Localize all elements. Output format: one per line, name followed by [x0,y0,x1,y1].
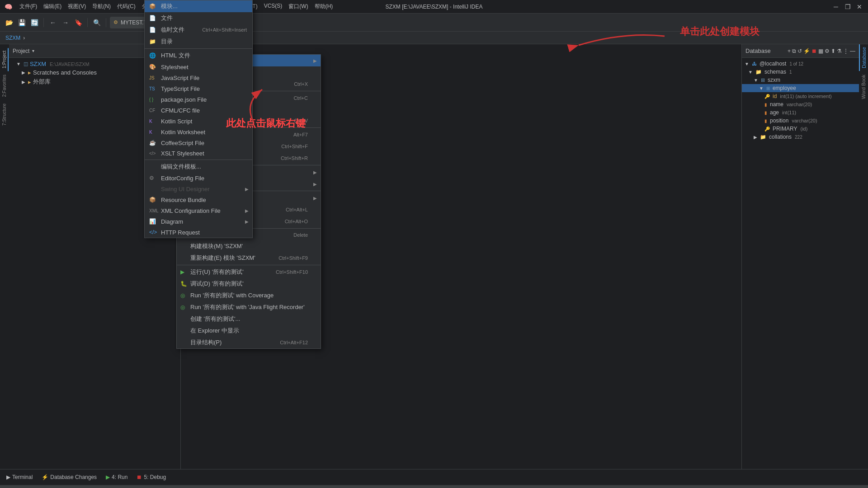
menu-file[interactable]: 文件(F) [17,2,40,11]
debug-tab[interactable]: ⏹ 5: Debug [134,473,169,481]
rebuild-module-label: 重新构建(E) 模块 'SZXM' [190,254,255,262]
submenu-ts[interactable]: TS TypeScript File [145,83,252,94]
submenu-coffee[interactable]: ☕ CoffeeScript File [145,137,252,148]
db-item-employee[interactable]: ▼ ⊞ employee [742,84,859,92]
search-button[interactable]: 🔍 [91,17,102,28]
context-menu-show-explorer[interactable]: 在 Explorer 中显示 [177,325,321,337]
run-tab[interactable]: ▶ 4: Run [103,473,130,481]
db-refresh-icon[interactable]: ↺ [797,48,802,54]
context-menu-run-coverage[interactable]: ◎ Run '所有的测试' with Coverage [177,290,321,301]
db-export-icon[interactable]: ⬆ [831,48,835,54]
submenu-scratch[interactable]: 📄 临时文件 Ctrl+Alt+Shift+Insert [145,24,252,36]
reformat-shortcut: Ctrl+Alt+L [286,207,315,212]
context-menu-run-tests[interactable]: ▶ 运行(U) '所有的测试' Ctrl+Shift+F10 [177,266,321,278]
db-collapse-employee: ▼ [759,86,764,91]
menu-code[interactable]: 代码(C) [114,2,138,11]
db-changes-tab[interactable]: ⚡ Database Changes [39,473,99,481]
context-menu-create-tests[interactable]: 创建 '所有的测试'... [177,313,321,325]
menu-edit[interactable]: 编辑(E) [41,2,64,11]
tab-word-book[interactable]: Word Book [859,72,868,102]
main-toolbar: 📂 💾 🔄 ← → 🔖 🔍 ⚙ MYTEST.TEST01 ▾ ▶ ⏹ 🐛 [0,14,868,32]
db-minimize-icon[interactable]: — [850,48,855,54]
menu-navigate[interactable]: 导航(N) [90,2,113,11]
submenu-diagram[interactable]: 📊 Diagram [145,216,252,227]
open-file-button[interactable]: 📂 [4,17,14,28]
close-button[interactable]: ✕ [855,3,863,11]
context-menu-run-recorder[interactable]: ◎ Run '所有的测试' with 'Java Flight Recorder… [177,301,321,313]
submenu-kotlin-script[interactable]: K Kotlin Script [145,116,252,127]
db-age-label: age [770,109,779,116]
debug-tests-icon: 🐛 [180,281,187,287]
db-collations-label: collations [769,134,792,140]
back-button[interactable]: ← [47,17,58,28]
restore-button[interactable]: ❐ [844,3,852,11]
db-item-id[interactable]: 🔑 id int(11) (auto increment) [742,92,859,100]
db-sync-icon[interactable]: ⚡ [803,48,810,54]
submenu-css[interactable]: 🎨 Stylesheet [145,61,252,72]
submenu-html[interactable]: 🌐 HTML 文件 [145,50,252,61]
db-item-position[interactable]: ▮ position varchar(20) [742,117,859,125]
tab-favorites[interactable]: 2:Favorites [1,72,9,99]
submenu-js[interactable]: JS JavaScript File [145,72,252,83]
submenu-resource-bundle[interactable]: 📦 Resource Bundle [145,194,252,205]
db-item-name[interactable]: ▮ name varchar(20) [742,100,859,108]
kotlin-script-icon: K [149,119,152,124]
db-more-icon[interactable]: ⋮ [843,48,849,54]
context-menu-rebuild-module[interactable]: 重新构建(E) 模块 'SZXM' Ctrl+Shift+F9 [177,252,321,265]
submenu-edit-templates[interactable]: 编辑文件模板... [145,161,252,173]
save-button[interactable]: 💾 [16,17,27,28]
db-position-type: varchar(20) [792,118,817,123]
menu-vcs[interactable]: VCS(S) [261,2,285,11]
db-copy-icon[interactable]: ⧉ [792,48,796,54]
terminal-tab[interactable]: ▶ Terminal [4,473,35,481]
db-name-type: varchar(20) [787,102,812,107]
submenu-module[interactable]: 📦 模块... [145,0,252,12]
tab-database[interactable]: Database [859,44,868,71]
project-dropdown-icon[interactable]: ▾ [32,48,34,53]
db-key-icon-id: 🔑 [764,94,770,99]
tab-structure[interactable]: 7:Structure [1,101,9,128]
submenu-file[interactable]: 📄 文件 [145,12,252,24]
context-menu-build-module[interactable]: 构建模块(M) 'SZXM' [177,240,321,252]
menu-window[interactable]: 窗口(W) [286,2,311,11]
db-add-icon[interactable]: + [788,48,791,54]
db-header-actions: + ⧉ ↺ ⚡ ⏹ ▦ ⚙ ⬆ ⚗ ⋮ — [788,48,855,54]
submenu-xml-config[interactable]: XML XML Configuration File [145,205,252,216]
db-item-collations[interactable]: ▶ 📁 collations 222 [742,133,859,141]
copy-shortcut: Ctrl+C [294,95,315,101]
breadcrumb-project[interactable]: SZXM [5,35,20,41]
db-item-schemas[interactable]: ▼ 📁 schemas 1 [742,68,859,76]
sync-button[interactable]: 🔄 [29,17,40,28]
tab-project[interactable]: 1:Project [1,48,9,71]
database-header: Database + ⧉ ↺ ⚡ ⏹ ▦ ⚙ ⬆ ⚗ ⋮ — [742,44,859,58]
module-icon: ◫ [24,61,28,67]
submenu-xslt[interactable]: </> XSLT Stylesheet [145,148,252,160]
db-age-type: int(11) [782,110,796,115]
menu-view[interactable]: 视图(V) [65,2,89,11]
forward-button[interactable]: → [60,17,71,28]
db-item-szxm[interactable]: ▼ ⊞ szxm [742,76,859,84]
breadcrumb-sep: › [23,35,25,41]
db-table-icon[interactable]: ▦ [818,48,823,54]
submenu-package-json[interactable]: { } package.json File [145,94,252,105]
bookmark-button[interactable]: 🔖 [73,17,84,28]
submenu-editorconfig[interactable]: ⚙ EditorConfig File [145,173,252,183]
context-menu-debug-tests[interactable]: 🐛 调试(D) '所有的测试' [177,278,321,290]
menu-help[interactable]: 帮助(H) [312,2,336,11]
db-filter-icon[interactable]: ⚗ [837,48,842,54]
coffee-label: CoffeeScript File [161,140,204,146]
submenu-dir[interactable]: 📁 目录 [145,36,252,49]
tree-expand-icon-scratches: ▶ [22,70,25,75]
db-item-age[interactable]: ▮ age int(11) [742,108,859,117]
context-menu-dir-structure[interactable]: 目录结构(P) Ctrl+Alt+F12 [177,337,321,348]
submenu-cfml[interactable]: CF CFML/CFC file [145,105,252,116]
db-settings-icon[interactable]: ⚙ [825,48,830,54]
db-item-primary[interactable]: 🔑 PRIMARY (id) [742,125,859,133]
db-stop-icon[interactable]: ⏹ [811,48,817,54]
submenu-kotlin-worksheet[interactable]: K Kotlin Worksheet [145,127,252,137]
submenu-http-request[interactable]: </> HTTP Request [145,227,252,238]
right-side-tabs: Database Word Book [859,44,868,469]
diagram-label: Diagram [161,218,183,225]
minimize-button[interactable]: ─ [832,3,840,11]
db-item-localhost[interactable]: ▼ 🖧 @localhost 1 of 12 [742,60,859,68]
